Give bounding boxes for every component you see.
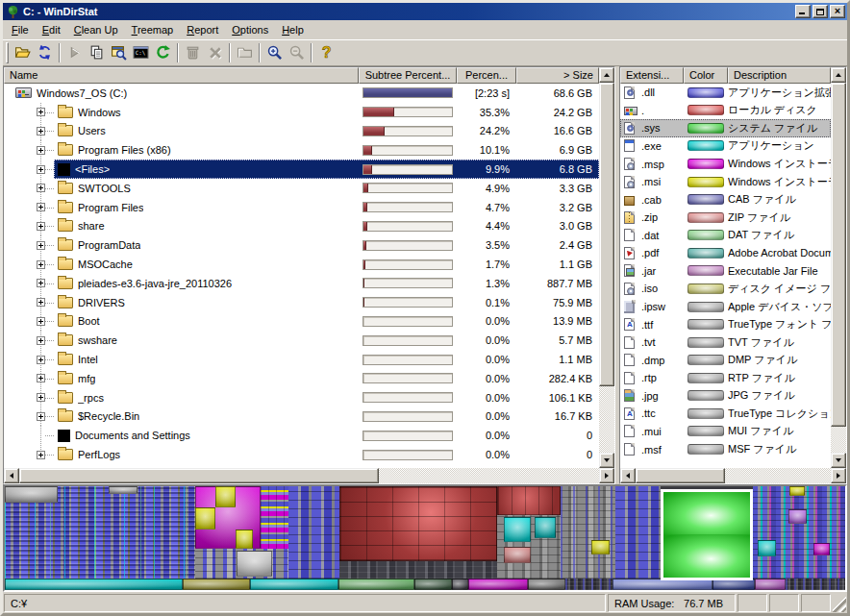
treemap-region[interactable] xyxy=(813,543,830,555)
treemap-region[interactable] xyxy=(236,530,252,548)
menu-report[interactable]: Report xyxy=(180,22,225,37)
treemap-region[interactable] xyxy=(528,579,565,590)
scroll-down-button[interactable] xyxy=(599,453,614,468)
treemap-view[interactable] xyxy=(3,484,847,592)
tree-row[interactable]: pleiades-e3.6-java-jre_201103261.3%887.7… xyxy=(4,274,599,293)
scroll-down-button[interactable] xyxy=(831,453,846,468)
treemap-region[interactable] xyxy=(339,561,497,579)
zoom-in-button[interactable] xyxy=(263,42,286,63)
tree-row[interactable]: Users24.2%16.6 GB xyxy=(4,122,599,141)
tree-row[interactable]: Documents and Settings0.0%0 xyxy=(4,426,599,445)
resize-grip[interactable] xyxy=(833,594,846,612)
expand-plus-icon[interactable] xyxy=(37,203,45,211)
expand-plus-icon[interactable] xyxy=(37,222,45,231)
copy-button[interactable] xyxy=(86,42,108,63)
tree-row[interactable]: SWTOOLS4.9%3.3 GB xyxy=(4,179,599,198)
expand-plus-icon[interactable] xyxy=(37,165,45,174)
tree-row[interactable]: _rpcs0.0%106.1 KB xyxy=(4,388,599,407)
treemap-region[interactable] xyxy=(788,509,807,524)
treemap-region[interactable] xyxy=(452,579,468,590)
expand-plus-icon[interactable] xyxy=(37,298,45,307)
extension-column-header-1[interactable]: Color xyxy=(684,67,728,84)
treemap-region[interactable] xyxy=(261,486,289,549)
extension-row[interactable]: .isoディスク イメージ ファイル xyxy=(620,280,831,298)
tree-row[interactable]: Boot0.0%13.9 MB xyxy=(4,312,599,332)
extension-row[interactable]: .jpgJPG ファイル xyxy=(620,387,831,406)
extension-row[interactable]: .pdfAdobe Acrobat Docum xyxy=(620,244,831,262)
treemap-region[interactable] xyxy=(504,547,531,563)
tree-column-header-2[interactable]: Percen... xyxy=(457,67,516,84)
extension-row[interactable]: .ipswApple デバイス・ソフトウ xyxy=(620,298,831,316)
extension-row[interactable]: .ローカル ディスク xyxy=(620,102,831,120)
treemap-region[interactable] xyxy=(615,486,661,579)
treemap-region[interactable] xyxy=(565,579,612,590)
command-prompt-button[interactable]: C:\ xyxy=(130,42,152,63)
tree-column-header-1[interactable]: Subtree Percent... xyxy=(359,67,457,84)
tree-row[interactable]: Windows7_OS (C:)[2:23 s]68.6 GB xyxy=(4,84,599,103)
tree-column-header-0[interactable]: Name xyxy=(4,67,359,84)
menu-treemap[interactable]: Treemap xyxy=(125,22,181,37)
extension-row[interactable]: .cabCAB ファイル xyxy=(620,190,831,209)
extension-row[interactable]: .jarExecutable Jar File xyxy=(620,262,831,281)
tree-row[interactable]: swshare0.0%5.7 MB xyxy=(4,331,599,350)
toolbar-grip[interactable] xyxy=(6,42,9,63)
close-button[interactable]: × xyxy=(830,5,845,18)
extension-horizontal-scrollbar[interactable] xyxy=(620,468,846,483)
scroll-left-button[interactable] xyxy=(4,468,19,483)
title-bar[interactable]: C: - WinDirStat × xyxy=(3,3,847,20)
extension-column-header-0[interactable]: Extensi... xyxy=(620,67,684,84)
scroll-right-button[interactable] xyxy=(599,468,614,483)
tree-horizontal-scrollbar[interactable] xyxy=(4,468,614,483)
expand-plus-icon[interactable] xyxy=(37,127,45,136)
expand-plus-icon[interactable] xyxy=(37,241,45,250)
extension-row[interactable]: .exeアプリケーション xyxy=(620,137,831,156)
extension-column-header-2[interactable]: Description xyxy=(728,67,831,84)
treemap-region[interactable] xyxy=(497,486,561,515)
menu-options[interactable]: Options xyxy=(225,22,275,37)
tree-row[interactable]: Program Files (x86)10.1%6.9 GB xyxy=(4,140,599,160)
extension-row[interactable]: .dmpDMP ファイル xyxy=(620,351,831,369)
treemap-region[interactable] xyxy=(5,486,58,503)
expand-plus-icon[interactable] xyxy=(37,336,45,345)
refresh-selected-button[interactable] xyxy=(152,42,174,63)
treemap-region[interactable] xyxy=(195,507,215,530)
treemap-region[interactable] xyxy=(789,486,805,496)
extension-row[interactable]: .ttcTrueType コレクション フ xyxy=(620,405,831,423)
help-button[interactable]: ? xyxy=(315,42,338,63)
tree-row[interactable]: <Files>9.9%6.8 GB xyxy=(4,160,599,179)
expand-plus-icon[interactable] xyxy=(37,412,45,421)
treemap-region[interactable] xyxy=(504,517,531,542)
menu-help[interactable]: Help xyxy=(275,22,311,37)
scroll-right-button[interactable] xyxy=(831,468,846,483)
open-folder-button[interactable] xyxy=(12,42,34,63)
expand-plus-icon[interactable] xyxy=(37,393,45,402)
tree-column-header-3[interactable]: > Size xyxy=(516,67,599,84)
treemap-region[interactable] xyxy=(338,579,414,590)
expand-plus-icon[interactable] xyxy=(37,260,45,269)
treemap-region[interactable] xyxy=(237,551,272,577)
minimize-button[interactable] xyxy=(795,5,811,18)
treemap-region[interactable] xyxy=(468,579,528,590)
tree-row[interactable]: Windows35.3%24.2 GB xyxy=(4,103,599,122)
treemap-region[interactable] xyxy=(786,579,845,590)
treemap-region[interactable] xyxy=(591,540,610,554)
tree-row[interactable]: mfg0.0%282.4 KB xyxy=(4,369,599,388)
tree-row[interactable]: MSOCache1.7%1.1 GB xyxy=(4,255,599,274)
extension-row[interactable]: .muiMUI ファイル xyxy=(620,423,831,441)
scroll-left-button[interactable] xyxy=(620,468,636,483)
tree-row[interactable]: Intel0.0%1.1 MB xyxy=(4,350,599,369)
expand-plus-icon[interactable] xyxy=(37,317,45,326)
extension-row[interactable]: .msiWindows インストーラー xyxy=(620,173,831,191)
menu-edit[interactable]: Edit xyxy=(36,22,67,37)
refresh-all-button[interactable] xyxy=(34,42,56,63)
expand-plus-icon[interactable] xyxy=(37,356,45,364)
treemap-selected-region[interactable] xyxy=(661,489,753,580)
expand-plus-icon[interactable] xyxy=(37,146,45,155)
scroll-up-button[interactable] xyxy=(599,67,614,83)
menu-clean-up[interactable]: Clean Up xyxy=(67,22,125,37)
menu-file[interactable]: File xyxy=(5,22,36,37)
tree-row[interactable]: ProgramData3.5%2.4 GB xyxy=(4,235,599,255)
extension-row[interactable]: .msfMSF ファイル xyxy=(620,440,831,458)
extension-row[interactable]: .datDAT ファイル xyxy=(620,227,831,245)
tree-row[interactable]: share4.4%3.0 GB xyxy=(4,217,599,236)
